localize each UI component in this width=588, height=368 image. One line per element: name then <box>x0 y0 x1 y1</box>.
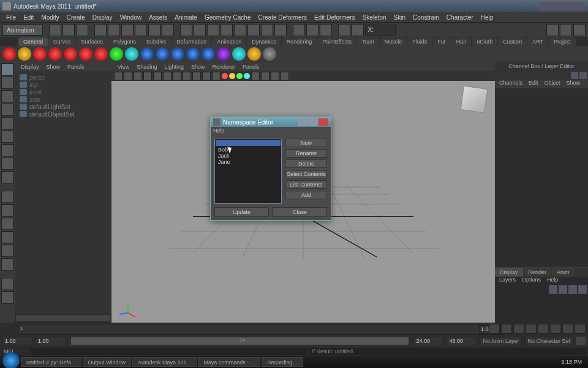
character-set-dropdown[interactable]: No Character Set <box>524 337 573 345</box>
quick-layout[interactable] <box>1 291 13 304</box>
scale-tool[interactable] <box>1 131 13 143</box>
layer-tab-display[interactable]: Display <box>495 268 523 277</box>
play-back-button[interactable] <box>526 324 537 334</box>
move-tool[interactable] <box>1 104 13 116</box>
delete-button[interactable]: Delete <box>285 159 327 168</box>
menu-edit-deformers[interactable]: Edit Deformers <box>311 14 359 21</box>
channel-box-body[interactable] <box>495 88 588 267</box>
dialog-help-menu[interactable]: Help <box>213 128 225 134</box>
mode-dropdown[interactable]: Animation <box>2 25 43 36</box>
shelf-icon[interactable] <box>263 47 276 61</box>
step-back-button[interactable] <box>501 324 512 334</box>
menu-assets[interactable]: Assets <box>145 14 171 21</box>
cmd-input[interactable] <box>31 348 307 355</box>
close-button[interactable]: Close <box>273 207 327 217</box>
toolbar-button[interactable] <box>306 24 318 36</box>
namespace-item[interactable]: Jane <box>216 158 281 164</box>
select-contents-button[interactable]: Select Contents <box>285 170 327 178</box>
rewind-button[interactable] <box>489 324 500 334</box>
taskbar-item[interactable]: untitled-2.py: Defa... <box>21 357 81 367</box>
shelf-tab-muscle[interactable]: Muscle <box>380 37 407 46</box>
last-tool[interactable] <box>1 171 13 183</box>
menu-help[interactable]: Help <box>477 14 497 21</box>
menu-file[interactable]: File <box>2 14 20 21</box>
shelf-icon[interactable] <box>18 47 31 61</box>
toolbar-button[interactable] <box>234 24 246 36</box>
menu-display[interactable]: Display <box>89 14 116 21</box>
list-contents-button[interactable]: List Contents <box>285 180 327 189</box>
menu-edit[interactable]: Edit <box>20 14 37 21</box>
cb-menu-edit[interactable]: Edit <box>526 80 541 88</box>
add-button[interactable]: Add <box>285 191 327 199</box>
shelf-icon[interactable] <box>171 47 184 61</box>
outliner-item[interactable]: defaultLightSet <box>17 103 109 110</box>
layer-menu-options[interactable]: Options <box>519 277 544 285</box>
shelf-tab-curves[interactable]: Curves <box>48 37 76 46</box>
cb-icon[interactable] <box>579 72 587 79</box>
toolbar-button[interactable] <box>194 24 206 36</box>
namespace-item[interactable]: Bob <box>216 146 281 152</box>
namespace-list[interactable]: BobJackJane <box>214 139 282 204</box>
outliner-menu-display[interactable]: Display <box>17 64 43 70</box>
cb-icon[interactable] <box>571 72 578 79</box>
namespace-item[interactable] <box>216 140 281 146</box>
rename-button[interactable]: Rename <box>285 149 327 158</box>
vp-tool-button[interactable] <box>251 72 260 80</box>
menu-modify[interactable]: Modify <box>37 14 62 21</box>
close-button[interactable] <box>571 2 586 10</box>
viewport-menu-show[interactable]: Show <box>187 64 209 70</box>
shelf-tab-custom[interactable]: Custom <box>498 37 527 46</box>
menu-create-deformers[interactable]: Create Deformers <box>255 14 311 21</box>
vp-tool-button[interactable] <box>153 72 162 80</box>
playback-start-field[interactable] <box>36 337 66 345</box>
toolbar-button[interactable] <box>261 24 273 36</box>
layout-four[interactable] <box>1 204 13 217</box>
shelf-icon[interactable] <box>140 47 154 61</box>
shelf-tab-dynamics[interactable]: Dynamics <box>247 37 281 46</box>
menu-geometry-cache[interactable]: Geometry Cache <box>201 14 255 21</box>
toolbar-button[interactable] <box>352 24 364 36</box>
shelf-tab-ncloth[interactable]: nCloth <box>472 37 497 46</box>
layout-single[interactable] <box>1 191 13 203</box>
toolbar-button[interactable] <box>108 24 120 36</box>
layer-tab-anim[interactable]: Anim <box>552 268 575 277</box>
vp-tool-button[interactable] <box>163 72 172 80</box>
layer-menu-help[interactable]: Help <box>544 277 562 285</box>
shelf-icon[interactable] <box>186 47 200 61</box>
toolbar-button[interactable] <box>247 24 260 36</box>
shelf-icon[interactable] <box>217 47 230 61</box>
dialog-maximize-button[interactable] <box>308 118 318 126</box>
toolbar-button[interactable] <box>135 24 147 36</box>
maximize-button[interactable] <box>555 2 570 10</box>
anim-layer-dropdown[interactable]: No Anim Layer <box>480 337 522 345</box>
new-button[interactable]: New <box>285 139 327 147</box>
menu-character[interactable]: Character <box>443 14 477 21</box>
rotate-tool[interactable] <box>1 117 13 129</box>
shelf-tab-fluids[interactable]: Fluids <box>407 37 432 46</box>
layout-two-v[interactable] <box>1 231 13 243</box>
toolbar-button[interactable] <box>148 24 160 36</box>
dialog-titlebar[interactable]: Namespace Editor <box>211 117 331 127</box>
vp-tool-button[interactable] <box>202 72 211 80</box>
toolbar-button[interactable] <box>293 24 305 36</box>
layer-tab-render[interactable]: Render <box>524 268 552 277</box>
vp-tool-button[interactable] <box>271 72 279 80</box>
outliner-menu-show[interactable]: Show <box>43 64 64 70</box>
quick-layout[interactable] <box>1 278 13 290</box>
playback-end-field[interactable] <box>413 337 444 345</box>
taskbar-item[interactable]: Output Window <box>83 357 132 367</box>
shelf-icon[interactable] <box>110 47 123 61</box>
manip-tool[interactable] <box>1 144 13 156</box>
start-button[interactable] <box>2 352 20 368</box>
paint-tool[interactable] <box>1 90 13 102</box>
viewport-menu-lighting[interactable]: Lighting <box>160 64 187 70</box>
outliner-item[interactable]: top <box>17 81 109 88</box>
autokey-button[interactable] <box>576 337 586 345</box>
toolbar-button[interactable] <box>320 24 332 36</box>
select-tool[interactable] <box>1 63 13 75</box>
shelf-icon[interactable] <box>156 47 169 61</box>
minimize-button[interactable] <box>539 2 554 10</box>
shelf-icon[interactable] <box>64 47 77 61</box>
taskbar-item[interactable]: Recording... <box>262 357 303 367</box>
outliner-item[interactable]: side <box>17 96 109 103</box>
